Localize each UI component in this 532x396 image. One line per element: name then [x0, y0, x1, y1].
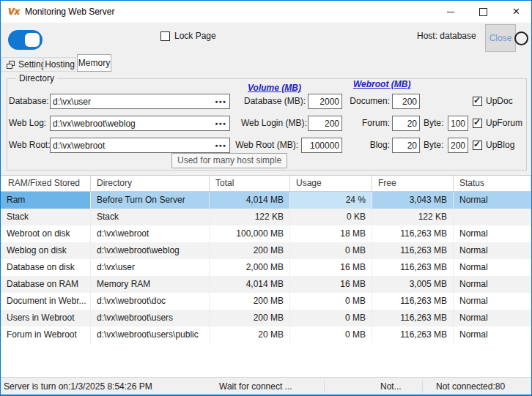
table-cell: 116,263 MB: [372, 259, 454, 276]
check-icon: ✓: [473, 117, 481, 127]
table-cell: Webroot on disk: [1, 225, 91, 242]
forum-byte-input[interactable]: [448, 117, 468, 130]
table-cell: Database on disk: [1, 259, 91, 276]
updoc-checkbox[interactable]: ✓: [473, 97, 482, 106]
blog-byte-field: [448, 138, 468, 153]
table-row[interactable]: Database on diskd:\vx\user2,000 MB16 MB1…: [1, 259, 531, 276]
column-header[interactable]: RAM/Fixed Stored: [1, 176, 91, 191]
toggle-knob: [25, 33, 40, 47]
table-cell: Users in Webroot: [1, 310, 91, 326]
table-row[interactable]: RamBefore Turn On Server4,014 MB24 %3,04…: [1, 192, 531, 209]
table-cell: [454, 209, 531, 225]
table-cell: 200 MB: [210, 310, 290, 326]
table-cell: d:\vx\webroot\doc: [91, 293, 210, 310]
webroot-heading[interactable]: Webroot (MB): [353, 79, 410, 89]
table-cell: 0 MB: [290, 326, 372, 343]
webroot-path-field: ●●●: [50, 138, 230, 153]
column-header[interactable]: Usage: [290, 176, 372, 191]
status-separator: [324, 380, 325, 393]
status-bar: Server is turn on:1/3/2025 8:54:26 PM Wa…: [1, 377, 531, 395]
status-separator: [422, 380, 423, 393]
forum-label: Forum:: [334, 116, 390, 131]
table-cell: Normal: [454, 276, 531, 293]
browse-webroot-button[interactable]: ●●●: [213, 143, 229, 148]
tab-memory-label: Memory: [78, 58, 110, 68]
blog-input[interactable]: [393, 139, 419, 152]
table-row[interactable]: Weblog on diskd:\vx\webroot\weblog200 MB…: [1, 242, 531, 259]
table-cell: 0 KB: [290, 209, 372, 225]
table-cell: Stack: [1, 209, 91, 225]
table-cell: Document in Webr...: [1, 293, 91, 310]
volume-weblogin-label: Web Login (MB):: [241, 116, 306, 131]
table-cell: Forum in Webroot: [1, 326, 91, 343]
column-header[interactable]: Free: [372, 176, 454, 191]
weblog-path-input[interactable]: [51, 117, 213, 130]
browse-weblog-button[interactable]: ●●●: [213, 121, 229, 126]
table-row[interactable]: Webroot on diskd:\vx\webroot100,000 MB18…: [1, 225, 531, 242]
table-cell: 116,263 MB: [372, 326, 454, 343]
upforum-label: UpForum: [486, 116, 522, 131]
column-header[interactable]: Status: [454, 176, 531, 191]
table-cell: Normal: [454, 192, 531, 209]
table-row[interactable]: Forum in Webrootd:\vx\webroot\users\publ…: [1, 326, 531, 343]
upforum-checkbox[interactable]: ✓: [473, 119, 482, 128]
status-not-short: Not...: [380, 378, 402, 395]
table-body: RamBefore Turn On Server4,014 MB24 %3,04…: [1, 192, 531, 343]
memory-table: RAM/Fixed StoredDirectoryTotalUsageFreeS…: [1, 175, 531, 376]
status-not-connected: Not connected:80: [436, 378, 505, 395]
table-cell: 116,263 MB: [372, 225, 454, 242]
status-server-on: Server is turn on:1/3/2025 8:54:26 PM: [4, 378, 152, 395]
lock-page-checkbox[interactable]: [160, 31, 170, 41]
table-cell: d:\vx\webroot\users: [91, 310, 210, 326]
table-header: RAM/Fixed StoredDirectoryTotalUsageFreeS…: [1, 176, 531, 192]
upblog-checkbox[interactable]: ✓: [473, 141, 482, 150]
host-label: Host: database: [417, 29, 476, 44]
table-cell: Normal: [454, 259, 531, 276]
upblog-label: UpBlog: [486, 138, 514, 153]
table-cell: 18 MB: [290, 225, 372, 242]
table-cell: 2,000 MB: [210, 259, 290, 276]
close-window-button[interactable]: ✕: [500, 1, 532, 23]
tab-memory[interactable]: Memory: [77, 54, 111, 72]
tooltip: Used for many host simple: [171, 153, 287, 168]
maximize-button[interactable]: [467, 1, 500, 23]
browse-database-button[interactable]: ●●●: [213, 99, 229, 104]
document-field: [392, 94, 420, 109]
database-path-field: ●●●: [50, 94, 230, 109]
table-cell: Ram: [1, 192, 91, 209]
table-cell: 3,043 MB: [372, 192, 454, 209]
table-cell: Weblog on disk: [1, 242, 91, 259]
table-cell: d:\vx\user: [91, 259, 210, 276]
database-path-input[interactable]: [51, 95, 213, 108]
tab-settings[interactable]: Settings: [1, 57, 43, 72]
minimize-button[interactable]: [434, 1, 467, 23]
table-cell: 200 MB: [210, 242, 290, 259]
table-cell: Normal: [454, 293, 531, 310]
document-input[interactable]: [393, 95, 419, 108]
table-cell: 0 MB: [290, 293, 372, 310]
tab-hosting[interactable]: Hosting: [43, 57, 76, 72]
server-toggle[interactable]: [8, 30, 43, 50]
table-cell: 24 %: [290, 192, 372, 209]
webroot-path-input[interactable]: [51, 139, 213, 152]
table-cell: 116,263 MB: [372, 242, 454, 259]
table-row[interactable]: Document in Webr...d:\vx\webroot\doc200 …: [1, 293, 531, 310]
blog-byte-input[interactable]: [448, 139, 468, 152]
table-cell: 4,014 MB: [210, 276, 290, 293]
table-cell: Normal: [454, 310, 531, 326]
table-row[interactable]: Database on RAMMemory RAM4,014 MB16 MB3,…: [1, 276, 531, 293]
table-row[interactable]: StackStack122 KB0 KB122 KB: [1, 209, 531, 225]
volume-heading[interactable]: Volume (MB): [248, 83, 301, 93]
table-row[interactable]: Users in Webrootd:\vx\webroot\users200 M…: [1, 310, 531, 326]
table-cell: 122 KB: [372, 209, 454, 225]
close-server-button[interactable]: Close: [485, 24, 516, 52]
weblog-path-field: ●●●: [50, 116, 230, 131]
status-wait-connect: Wait for connect ...: [219, 378, 292, 395]
column-header[interactable]: Directory: [91, 176, 210, 191]
maximize-icon: [479, 8, 487, 16]
column-header[interactable]: Total: [210, 176, 290, 191]
cascade-windows-icon: [7, 61, 15, 69]
check-icon: ✓: [473, 139, 481, 149]
app-icon: Vx: [8, 5, 21, 18]
forum-input[interactable]: [393, 117, 419, 130]
